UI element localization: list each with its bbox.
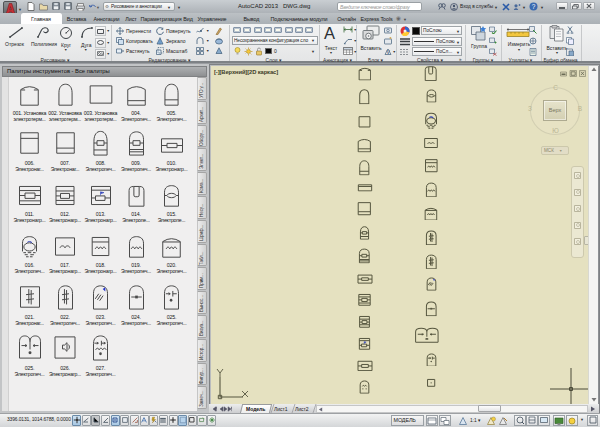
svg-text:?: ? xyxy=(532,3,536,10)
